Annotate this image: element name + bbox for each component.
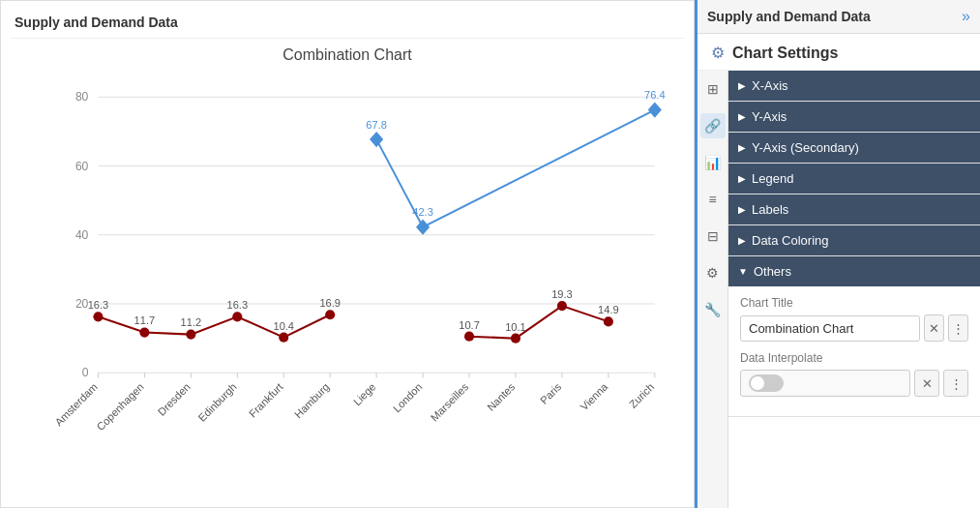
svg-text:19.3: 19.3 [551, 288, 573, 300]
accordion-legend-header[interactable]: ▶ Legend [728, 164, 980, 194]
others-body: Chart Title ✕ ⋮ Data Interpolate ✕ ⋮ [728, 286, 980, 416]
svg-text:16.9: 16.9 [319, 297, 341, 309]
svg-text:Frankfurt: Frankfurt [247, 380, 285, 420]
data-interpolate-field [740, 370, 910, 397]
svg-text:Amsterdam: Amsterdam [52, 380, 100, 428]
icon-rail-link[interactable]: 🔗 [700, 113, 726, 138]
svg-text:Vienna: Vienna [579, 380, 610, 413]
demand-point-amsterdam [93, 312, 103, 321]
svg-text:67.8: 67.8 [366, 119, 387, 131]
demand-point-copenhagen [139, 327, 149, 337]
svg-text:11.7: 11.7 [134, 314, 156, 326]
supply-point-london [416, 220, 430, 235]
svg-text:42.3: 42.3 [412, 206, 433, 218]
accordion-data-coloring: ▶ Data Coloring [728, 225, 980, 256]
svg-text:0: 0 [82, 366, 89, 379]
accordion-labels-header[interactable]: ▶ Labels [728, 194, 980, 224]
demand-point-frankfurt [279, 333, 288, 343]
svg-text:Dresden: Dresden [156, 380, 193, 417]
svg-text:Nantes: Nantes [485, 380, 518, 413]
demand-point-paris [557, 301, 567, 311]
demand-point-hamburg [325, 310, 335, 319]
accordion-y-axis-header[interactable]: ▶ Y-Axis [728, 102, 980, 132]
chart-title-menu-button[interactable]: ⋮ [948, 314, 968, 342]
demand-point-marseilles [464, 332, 474, 342]
svg-text:11.2: 11.2 [181, 316, 202, 328]
svg-text:80: 80 [75, 90, 89, 104]
svg-text:76.4: 76.4 [644, 89, 666, 101]
right-panel-header: Supply and Demand Data » [698, 0, 980, 34]
x-axis-arrow-icon: ▶ [738, 80, 746, 91]
accordion-x-axis: ▶ X-Axis [728, 71, 980, 102]
data-interpolate-menu-button[interactable]: ⋮ [943, 370, 968, 397]
data-coloring-arrow-icon: ▶ [738, 235, 746, 246]
legend-arrow-icon: ▶ [738, 173, 746, 184]
svg-text:20: 20 [75, 297, 89, 311]
icon-rail-brush[interactable]: ⚙ [700, 260, 726, 285]
labels-label: Labels [752, 202, 788, 217]
icon-rail-layers[interactable]: ⊞ [700, 76, 726, 102]
svg-text:10.7: 10.7 [459, 318, 480, 330]
accordion-x-axis-header[interactable]: ▶ X-Axis [728, 71, 980, 101]
data-interpolate-row: ✕ ⋮ [740, 370, 968, 397]
accordion-data-coloring-header[interactable]: ▶ Data Coloring [728, 225, 980, 255]
chart-title-input-row: ✕ ⋮ [740, 314, 968, 342]
svg-text:Hamburg: Hamburg [292, 380, 332, 420]
icon-rail-stack[interactable]: ≡ [700, 187, 726, 212]
others-label: Others [754, 264, 791, 279]
data-interpolate-clear-button[interactable]: ✕ [914, 370, 939, 397]
demand-point-vienna [604, 316, 613, 326]
icon-rail-chart[interactable]: 📊 [700, 150, 726, 175]
svg-text:Edinburgh: Edinburgh [196, 380, 239, 424]
data-coloring-label: Data Coloring [752, 233, 829, 248]
right-panel-expand-icon[interactable]: » [962, 8, 970, 25]
svg-text:60: 60 [75, 160, 89, 173]
chart-title-field-label: Chart Title [740, 296, 968, 310]
y-axis-label: Y-Axis [752, 109, 787, 124]
demand-point-edinburgh [232, 312, 242, 321]
svg-text:Paris: Paris [538, 380, 564, 406]
demand-point-nantes [511, 334, 520, 344]
chart-panel: Supply and Demand Data Combination Chart… [0, 0, 695, 508]
svg-text:Zurich: Zurich [627, 380, 656, 409]
demand-point-dresden [186, 330, 195, 340]
settings-header: ⚙ Chart Settings [698, 34, 980, 71]
chart-area: 80 60 40 20 0 Amsterdam Cope [11, 68, 684, 508]
svg-text:10.1: 10.1 [505, 321, 526, 333]
svg-text:40: 40 [75, 228, 89, 242]
accordion-y-axis-secondary-header[interactable]: ▶ Y-Axis (Secondary) [728, 133, 980, 163]
chart-title-clear-button[interactable]: ✕ [924, 314, 944, 342]
data-interpolate-label: Data Interpolate [740, 351, 968, 365]
right-panel-title: Supply and Demand Data [707, 9, 871, 24]
icon-rail-wrench[interactable]: 🔧 [700, 297, 726, 322]
svg-text:10.4: 10.4 [273, 319, 294, 331]
chart-panel-title: Supply and Demand Data [11, 11, 684, 39]
accordion-others-header[interactable]: ▼ Others [728, 256, 980, 286]
svg-text:16.3: 16.3 [88, 299, 109, 311]
settings-icon: ⚙ [711, 44, 725, 62]
data-interpolate-toggle[interactable] [749, 374, 784, 392]
labels-arrow-icon: ▶ [738, 204, 746, 215]
accordion-y-axis-secondary: ▶ Y-Axis (Secondary) [728, 133, 980, 164]
icon-rail: ⊞ 🔗 📊 ≡ ⊟ ⚙ 🔧 [698, 71, 728, 508]
supply-point-zurich [648, 102, 662, 117]
svg-text:14.9: 14.9 [598, 304, 619, 315]
icon-rail-table[interactable]: ⊟ [700, 224, 726, 249]
accordion-legend: ▶ Legend [728, 164, 980, 194]
x-axis-label: X-Axis [752, 78, 788, 93]
chart-main-title: Combination Chart [11, 46, 684, 64]
y-axis-secondary-label: Y-Axis (Secondary) [752, 140, 859, 155]
y-axis-secondary-arrow-icon: ▶ [738, 142, 746, 153]
svg-text:Copenhagen: Copenhagen [94, 380, 145, 432]
settings-title: Chart Settings [732, 45, 838, 62]
combination-chart-svg: 80 60 40 20 0 Amsterdam Cope [49, 77, 674, 432]
accordion-panel: ▶ X-Axis ▶ Y-Axis ▶ Y-Axis (Secondary) [728, 71, 980, 508]
right-panel: Supply and Demand Data » ⚙ Chart Setting… [695, 0, 980, 508]
y-axis-arrow-icon: ▶ [738, 111, 746, 122]
chart-title-input[interactable] [740, 315, 920, 342]
others-arrow-icon: ▼ [738, 266, 748, 277]
legend-accordion-label: Legend [752, 171, 793, 186]
right-body: ⊞ 🔗 📊 ≡ ⊟ ⚙ 🔧 ▶ X-Axis ▶ Y-Axis [698, 71, 980, 508]
svg-text:Liege: Liege [351, 380, 378, 407]
svg-text:Marseilles: Marseilles [429, 380, 471, 423]
